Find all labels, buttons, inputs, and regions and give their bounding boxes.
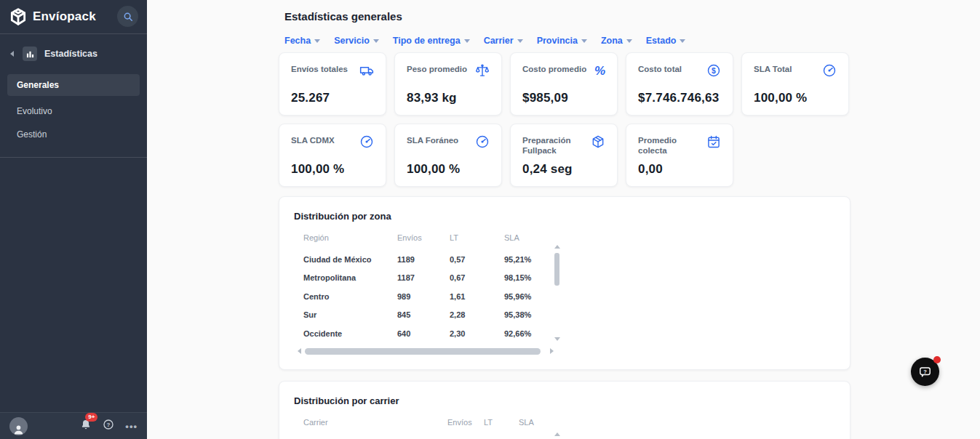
bar-chart-icon xyxy=(23,47,37,61)
table-row: Ciudad de México11890,5795,21% xyxy=(303,250,565,269)
scroll-down-icon[interactable] xyxy=(554,337,560,341)
collapse-sidebar-icon[interactable] xyxy=(10,51,14,57)
kpi-card-envios-totales: Envíos totales 25.267 xyxy=(279,52,386,116)
chevron-down-icon xyxy=(680,39,685,43)
kpi-card-costo-total: Costo total $ $7.746.746,63 xyxy=(626,52,733,116)
dollar-circle-icon: $ xyxy=(706,63,721,78)
kpi-card-sla-foraneo: SLA Foráneo 100,00 % xyxy=(394,124,502,187)
vertical-scrollbar[interactable] xyxy=(554,432,560,436)
zone-table-body[interactable]: Ciudad de México11890,5795,21% Metropoli… xyxy=(303,250,565,349)
table-row: Paquetexpress 5613 1,90 87,81% xyxy=(303,435,565,439)
kpi-card-sla-total: SLA Total 100,00 % xyxy=(741,52,849,116)
question-mark-icon: ? xyxy=(103,419,114,430)
percent-icon: % xyxy=(594,64,605,78)
chevron-down-icon xyxy=(314,39,320,43)
gauge-icon xyxy=(359,134,374,149)
kpi-value: 83,93 kg xyxy=(407,91,490,105)
table-row: Sur8452,2895,38% xyxy=(303,306,565,325)
scale-icon xyxy=(475,63,490,78)
gauge-icon xyxy=(475,134,490,149)
kpi-card-sla-cdmx: SLA CDMX 100,00 % xyxy=(279,124,386,187)
page-title: Estadísticas generales xyxy=(284,10,850,23)
filter-estado[interactable]: Estado xyxy=(646,36,686,45)
scroll-up-icon[interactable] xyxy=(554,245,560,249)
kpi-card-costo-promedio: Costo promedio % $985,09 xyxy=(510,52,618,116)
kpi-value: 25.267 xyxy=(291,91,374,105)
kpi-card-preparacion-fullpack: Preparación Fullpack 0,24 seg xyxy=(510,124,618,187)
horizontal-scrollbar[interactable] xyxy=(298,347,554,355)
filter-bar: Fecha Servicio Tipo de entrega Carrier P… xyxy=(284,36,850,45)
kpi-value: 100,00 % xyxy=(754,91,837,105)
package-icon xyxy=(591,134,605,149)
chevron-down-icon xyxy=(581,39,587,43)
kpi-value: 0,24 seg xyxy=(522,162,605,177)
notification-badge: 9+ xyxy=(85,413,97,422)
filter-carrier[interactable]: Carrier xyxy=(484,36,523,45)
sidebar-header: Envíopack xyxy=(0,0,147,33)
chevron-down-icon xyxy=(464,39,470,43)
carrier-table-body[interactable]: Paquetexpress 5613 1,90 87,81% xyxy=(303,435,565,439)
scroll-up-icon[interactable] xyxy=(554,432,560,436)
kpi-value: 0,00 xyxy=(638,162,721,177)
zone-table-header: Región Envíos LT SLA xyxy=(303,232,565,243)
sidebar-item-generales[interactable]: Generales xyxy=(7,74,140,96)
kpi-value: 100,00 % xyxy=(407,162,490,177)
vertical-scrollbar[interactable] xyxy=(554,245,560,354)
chat-notification-dot xyxy=(933,356,941,363)
zone-distribution-panel: Distribución por zona Región Envíos LT S… xyxy=(279,196,850,370)
sidebar-search-button[interactable] xyxy=(117,6,138,27)
notifications-button[interactable]: 9+ xyxy=(80,419,92,433)
brand-name: Envíopack xyxy=(33,9,117,24)
gauge-icon xyxy=(822,63,837,78)
svg-text:?: ? xyxy=(107,422,111,428)
carrier-panel-title: Distribución por carrier xyxy=(294,395,835,406)
chevron-down-icon xyxy=(626,39,632,43)
kpi-card-peso-promedio: Peso promedio 83,93 kg xyxy=(394,52,502,116)
scroll-left-icon[interactable] xyxy=(298,348,301,354)
zone-panel-title: Distribución por zona xyxy=(294,211,835,222)
kpi-value: 100,00 % xyxy=(291,162,374,177)
table-row: Occidente6402,3092,66% xyxy=(303,324,565,343)
main-area: Estadísticas generales Fecha Servicio Ti… xyxy=(147,0,980,439)
filter-servicio[interactable]: Servicio xyxy=(334,36,379,45)
sidebar-item-evolutivo[interactable]: Evolutivo xyxy=(7,100,140,122)
kpi-grid: Envíos totales 25.267 Peso promedio 83,9… xyxy=(279,52,850,187)
sidebar-section-label: Estadísticas xyxy=(44,49,97,59)
carrier-table: Carrier Envíos LT SLA Paquetexpress 5613… xyxy=(303,416,565,439)
sidebar-section-estadisticas[interactable]: Estadísticas xyxy=(0,34,147,68)
filter-tipo-de-entrega[interactable]: Tipo de entrega xyxy=(393,36,470,45)
kpi-card-promedio-colecta: Promedio colecta 0,00 xyxy=(626,124,733,187)
more-options-button[interactable]: ••• xyxy=(125,421,138,432)
help-button[interactable]: ? xyxy=(103,419,114,433)
sidebar-divider xyxy=(0,157,147,158)
sidebar-footer: 9+ ? ••• xyxy=(0,412,147,439)
truck-icon xyxy=(359,63,374,78)
scroll-right-icon[interactable] xyxy=(550,348,554,354)
table-row: Metropolitana11870,6798,15% xyxy=(303,269,565,288)
table-row: Centro9891,6195,96% xyxy=(303,287,565,306)
filter-provincia[interactable]: Provincia xyxy=(537,36,587,45)
chevron-down-icon xyxy=(373,39,379,43)
user-avatar[interactable] xyxy=(9,417,28,435)
calendar-check-icon xyxy=(706,134,721,149)
sidebar-item-gestion[interactable]: Gestión xyxy=(7,124,140,145)
zone-table: Región Envíos LT SLA Ciudad de México118… xyxy=(303,232,565,349)
kpi-value: $985,09 xyxy=(522,91,605,105)
chat-help-icon: ? xyxy=(918,365,932,379)
filter-fecha[interactable]: Fecha xyxy=(284,36,320,45)
svg-text:?: ? xyxy=(923,368,927,375)
carrier-table-header: Carrier Envíos LT SLA xyxy=(303,416,565,428)
search-icon xyxy=(123,12,133,22)
filter-zona[interactable]: Zona xyxy=(601,36,632,45)
carrier-distribution-panel: Distribución por carrier Carrier Envíos … xyxy=(279,381,850,439)
sidebar: Envíopack Estadísticas Generales Evoluti… xyxy=(0,0,147,439)
scrollbar-thumb[interactable] xyxy=(554,253,559,286)
svg-text:$: $ xyxy=(712,67,716,75)
chevron-down-icon xyxy=(517,39,523,43)
kpi-value: $7.746.746,63 xyxy=(638,91,721,105)
scrollbar-thumb[interactable] xyxy=(305,348,541,355)
enviopack-logo-icon xyxy=(9,7,28,26)
